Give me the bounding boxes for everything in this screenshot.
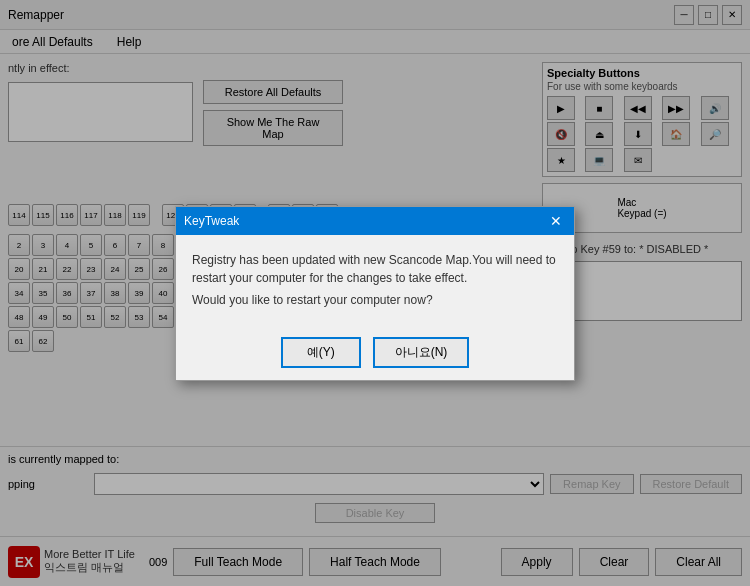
dialog-no-button[interactable]: 아니요(N)	[373, 337, 470, 368]
dialog-message-line1: Registry has been updated with new Scanc…	[192, 251, 558, 269]
dialog-body: Registry has been updated with new Scanc…	[176, 235, 574, 325]
dialog-title: KeyTweak	[184, 214, 239, 228]
dialog-message-line3: Would you like to restart your computer …	[192, 291, 558, 309]
dialog: KeyTweak ✕ Registry has been updated wit…	[175, 206, 575, 381]
dialog-title-bar: KeyTweak ✕	[176, 207, 574, 235]
dialog-close-button[interactable]: ✕	[546, 211, 566, 231]
main-window: Remapper ─ □ ✕ ore All Defaults Help ntl…	[0, 0, 750, 586]
dialog-yes-button[interactable]: 예(Y)	[281, 337, 361, 368]
dialog-overlay: KeyTweak ✕ Registry has been updated wit…	[0, 0, 750, 586]
dialog-footer: 예(Y) 아니요(N)	[176, 325, 574, 380]
dialog-message-line2: restart your computer for the changes to…	[192, 269, 558, 287]
